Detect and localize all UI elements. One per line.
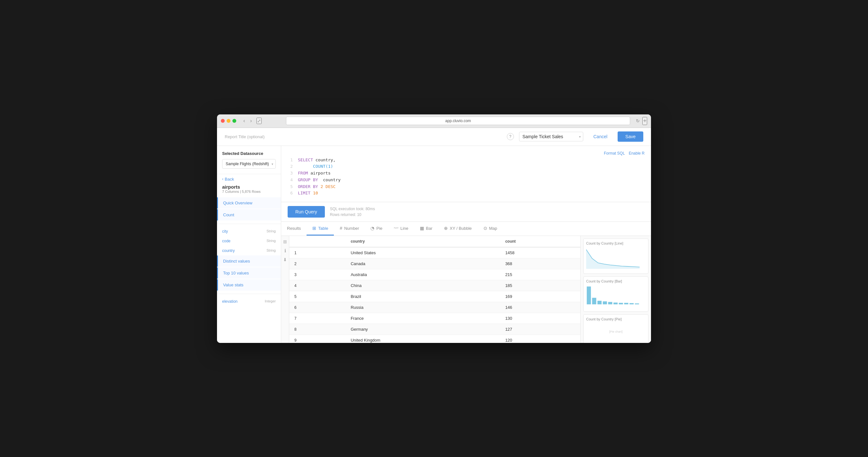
field-name-code: code — [222, 239, 230, 243]
close-btn[interactable] — [221, 119, 225, 123]
table-row: 4 China 185 — [289, 280, 580, 291]
cell-count: 120 — [500, 335, 580, 343]
cell-country: United Kingdom — [345, 335, 500, 343]
map-icon: ⊙ — [484, 226, 487, 231]
browser-window: ‹ › ⤢ app.cluvio.com ↻ + Report Title (o… — [217, 114, 651, 343]
row-num: 1 — [289, 247, 345, 258]
run-query-button[interactable]: Run Query — [288, 206, 325, 218]
svg-rect-6 — [614, 303, 618, 305]
xy-icon: ⊕ — [444, 226, 448, 231]
code-line-6: 6 LIMIT 10 — [288, 190, 645, 197]
exec-time: SQL execution took: 80ms — [330, 206, 375, 212]
line-chart — [586, 247, 646, 269]
table-row: 3 Australia 215 — [289, 269, 580, 280]
cell-country: France — [345, 313, 500, 324]
run-area: Run Query SQL execution took: 80ms Rows … — [281, 202, 651, 222]
info-icon[interactable]: ℹ — [284, 248, 286, 253]
tab-map[interactable]: ⊙ Map — [478, 222, 503, 235]
tab-table[interactable]: ⊞ Table — [307, 222, 334, 235]
data-table-panel: country count 1 United States 1458 2 Can… — [289, 236, 580, 343]
format-sql-button[interactable]: Format SQL — [604, 151, 625, 155]
cell-country: China — [345, 280, 500, 291]
number-icon: # — [340, 226, 342, 231]
field-item-code[interactable]: code String — [217, 236, 281, 246]
table-row: 5 Brazil 169 — [289, 291, 580, 302]
back-nav-button[interactable]: ‹ — [241, 117, 247, 124]
tab-results[interactable]: Results — [281, 222, 307, 235]
cell-country: Canada — [345, 258, 500, 269]
field-item-elevation[interactable]: elevation Integer — [217, 297, 281, 306]
help-button[interactable]: ? — [507, 133, 514, 140]
pie-chart: [Pie chart] — [586, 323, 646, 342]
datasource-select[interactable]: Sample Flights (Redshift) — [222, 159, 276, 169]
tab-line-label: Line — [400, 226, 408, 231]
datasource-section: Selected Datasource Sample Flights (Reds… — [217, 151, 281, 169]
rows-returned: Rows returned: 10 — [330, 212, 375, 218]
tab-bar[interactable]: ▦ Bar — [414, 222, 438, 235]
download-icon[interactable]: ⬇ — [283, 257, 287, 262]
sidebar-item-value-stats[interactable]: Value stats — [217, 279, 281, 290]
tab-bar-label: Bar — [426, 226, 432, 231]
code-line-4: 4 GROUP BY country — [288, 177, 645, 183]
svg-marker-0 — [586, 250, 640, 269]
address-bar[interactable]: app.cluvio.com — [286, 117, 630, 125]
minimize-btn[interactable] — [227, 119, 230, 123]
add-tab-button[interactable]: + — [642, 117, 647, 125]
table-row: 2 Canada 368 — [289, 258, 580, 269]
cell-count: 146 — [500, 302, 580, 313]
maximize-btn[interactable] — [232, 119, 236, 123]
side-panel: Count by Country [Line] Count by Country… — [580, 236, 651, 343]
bar-chart — [586, 285, 646, 308]
table-row: 1 United States 1458 — [289, 247, 580, 258]
table-row: 8 Germany 127 — [289, 324, 580, 335]
table-row: 6 Russia 146 — [289, 302, 580, 313]
cell-count: 169 — [500, 291, 580, 302]
tab-line[interactable]: 〰 Line — [388, 222, 414, 235]
back-chevron-icon: ‹ — [222, 177, 223, 181]
cell-count: 185 — [500, 280, 580, 291]
field-type-country: String — [267, 249, 276, 253]
field-item-country[interactable]: country String — [217, 246, 281, 256]
cell-count: 1458 — [500, 247, 580, 258]
cell-country: Russia — [345, 302, 500, 313]
report-title-input[interactable] — [519, 132, 583, 141]
tab-number[interactable]: # Number — [334, 222, 365, 235]
bar-chart-panel: Count by Country [Bar] — [583, 276, 648, 312]
field-type-city: String — [267, 229, 276, 234]
reload-icon[interactable]: ↻ — [636, 118, 640, 123]
cell-country: Australia — [345, 269, 500, 280]
sidebar-item-top10-values[interactable]: Top 10 values — [217, 267, 281, 279]
query-area: Format SQL Enable R 1 SELECT country, 2 … — [281, 146, 651, 343]
code-editor[interactable]: Format SQL Enable R 1 SELECT country, 2 … — [281, 146, 651, 202]
tab-pie[interactable]: ◔ Pie — [365, 222, 388, 235]
tab-xybubble-label: XY / Bubble — [450, 226, 471, 231]
table-icons: ⊞ ℹ ⬇ — [281, 236, 289, 343]
pie-chart-title: Count by Country [Pie] — [586, 317, 646, 321]
table-meta: 7 Columns | 5,876 Rows — [222, 190, 276, 194]
fullscreen-button[interactable]: ⤢ — [256, 118, 261, 124]
row-num: 4 — [289, 280, 345, 291]
app-header: Report Title (optional) ? ▾ Cancel Save — [217, 128, 651, 146]
table-row-area: ⊞ ℹ ⬇ country count — [281, 236, 580, 343]
sidebar-item-quick-overview[interactable]: Quick Overview — [217, 197, 281, 208]
data-table: country count 1 United States 1458 2 Can… — [289, 236, 580, 343]
line-icon: 〰 — [394, 226, 398, 231]
cancel-button[interactable]: Cancel — [588, 132, 613, 142]
back-button[interactable]: ‹ Back — [217, 174, 281, 184]
col-header-num — [289, 236, 345, 247]
pie-chart-panel: Count by Country [Pie] [Pie chart] — [583, 314, 648, 343]
nav-buttons: ‹ › — [241, 117, 254, 124]
field-item-city[interactable]: city String — [217, 227, 281, 236]
sidebar-item-distinct-values[interactable]: Distinct values — [217, 256, 281, 267]
title-dropdown-wrapper: ▾ — [519, 132, 583, 141]
grid-view-icon[interactable]: ⊞ — [283, 239, 287, 244]
forward-nav-button[interactable]: › — [248, 117, 254, 124]
field-type-elevation: Integer — [265, 299, 276, 304]
table-name: airports — [222, 184, 276, 190]
tab-xybubble[interactable]: ⊕ XY / Bubble — [438, 222, 477, 235]
enable-r-button[interactable]: Enable R — [629, 151, 645, 155]
code-line-3: 3 FROM airports — [288, 170, 645, 177]
sidebar-item-count[interactable]: Count — [217, 209, 281, 221]
save-button[interactable]: Save — [618, 132, 643, 142]
field-name-city: city — [222, 229, 228, 234]
